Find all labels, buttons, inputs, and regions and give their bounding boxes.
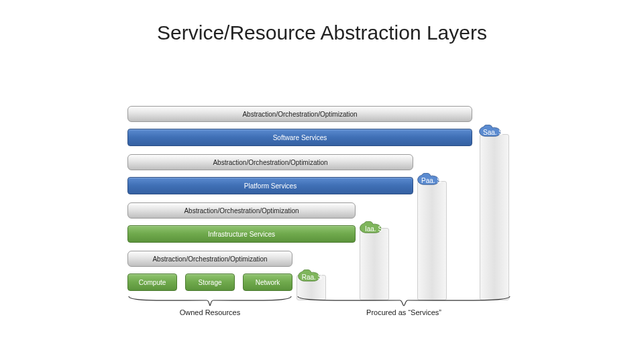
abar-1: Abstraction/Orchestration/Optimization xyxy=(127,106,472,122)
brace-procured xyxy=(297,295,511,307)
iaas-label: Iaa. S xyxy=(365,225,382,233)
iaas-cloud: Iaa. S xyxy=(357,221,390,236)
brace-owned xyxy=(127,295,292,307)
raas-label: Raa. S xyxy=(302,274,323,281)
storage-bar: Storage xyxy=(185,274,235,291)
owned-label: Owned Resources xyxy=(127,308,292,316)
pillar-iaas xyxy=(360,228,389,300)
software-services-bar: Software Services xyxy=(127,129,472,146)
raas-cloud: Raa. S xyxy=(295,269,329,284)
infrastructure-services-bar: Infrastructure Services xyxy=(127,225,356,243)
compute-bar: Compute xyxy=(127,274,177,291)
pillar-saas xyxy=(480,134,509,300)
saas-cloud: Saa. S xyxy=(476,125,510,139)
procured-label: Procured as “Services” xyxy=(297,308,511,316)
paas-label: Paa. S xyxy=(421,177,441,184)
abar-2: Abstraction/Orchestration/Optimization xyxy=(127,154,413,170)
abar-3: Abstraction/Orchestration/Optimization xyxy=(127,202,356,219)
network-bar: Network xyxy=(243,274,292,291)
platform-services-bar: Platform Services xyxy=(127,177,413,194)
saas-label: Saa. S xyxy=(483,129,503,136)
diagram-stage: Abstraction/Orchestration/Optimization S… xyxy=(127,87,557,328)
abar-4: Abstraction/Orchestration/Optimization xyxy=(127,251,292,267)
paas-cloud: Paa. S xyxy=(415,173,448,188)
page-title: Service/Resource Abstraction Layers xyxy=(0,0,644,44)
pillar-paas xyxy=(417,181,447,300)
